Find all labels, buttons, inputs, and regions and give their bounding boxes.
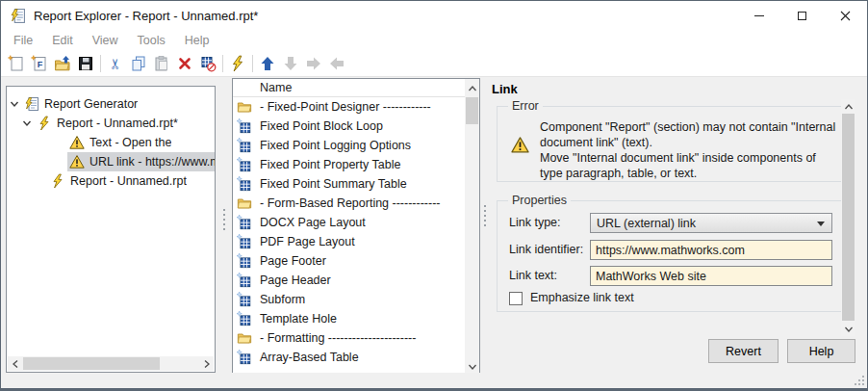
folder-icon xyxy=(237,99,252,115)
open-report-button[interactable] xyxy=(51,52,74,75)
scrollbar-thumb[interactable] xyxy=(842,114,855,321)
move-left-button[interactable] xyxy=(325,52,348,75)
new-form-report-button[interactable]: F xyxy=(28,52,51,75)
emphasize-link-text-checkbox[interactable] xyxy=(509,292,523,305)
menu-edit[interactable]: Edit xyxy=(42,31,83,51)
title-bar: Report Explorer - Report - Unnamed.rpt* xyxy=(1,1,867,31)
paste-button[interactable] xyxy=(150,52,173,75)
help-button[interactable]: Help xyxy=(787,339,855,363)
minimize-button[interactable] xyxy=(737,1,780,31)
list-item-label: - Formatting ---------------------- xyxy=(260,331,416,345)
name-column-header[interactable]: Name xyxy=(233,79,479,97)
outline-tree-panel: Report Generator Report - Unnamed.rpt* T… xyxy=(6,86,216,373)
folder-icon xyxy=(237,330,252,346)
resize-grip[interactable] xyxy=(862,383,864,385)
selected-tree-item[interactable]: URL link - https://www.mathw xyxy=(67,152,215,171)
tree-item-report-generator[interactable]: Report Generator xyxy=(7,94,215,114)
list-item[interactable]: Template Hole xyxy=(233,309,479,328)
menu-view[interactable]: View xyxy=(83,31,128,51)
properties-legend: Properties xyxy=(508,194,571,207)
list-item-label: Fixed Point Summary Table xyxy=(260,177,407,191)
report-icon xyxy=(50,173,65,189)
error-line-1: Component "Report" (section) may not con… xyxy=(540,119,840,150)
folder-icon xyxy=(237,196,252,211)
move-up-icon xyxy=(259,55,276,72)
scroll-down-button[interactable] xyxy=(465,359,479,374)
link-identifier-input[interactable] xyxy=(590,240,832,260)
detail-vertical-scrollbar[interactable] xyxy=(841,99,855,336)
list-item[interactable]: Array-Based Table xyxy=(233,348,479,367)
list-item[interactable]: DOCX Page Layout xyxy=(233,213,479,232)
library-vertical-scrollbar[interactable] xyxy=(465,79,479,376)
tree-item-report-unnamed-rpt-star[interactable]: Report - Unnamed.rpt* xyxy=(7,114,215,133)
list-item[interactable]: Fixed Point Block Loop xyxy=(233,117,479,136)
tree-item-url-link[interactable]: URL link - https://www.mathw xyxy=(7,152,215,171)
component-icon xyxy=(237,118,252,134)
scroll-up-button[interactable] xyxy=(841,99,855,114)
tree-horizontal-scrollbar[interactable] xyxy=(8,356,214,371)
delete-table-button[interactable] xyxy=(196,52,219,75)
component-icon xyxy=(237,273,252,288)
menu-file[interactable]: File xyxy=(4,31,42,51)
toolbar-separator xyxy=(100,55,101,72)
error-legend: Error xyxy=(508,99,543,113)
close-button[interactable] xyxy=(824,1,867,31)
chevron-right-icon xyxy=(202,359,212,369)
move-up-button[interactable] xyxy=(256,52,279,75)
link-type-dropdown[interactable]: URL (external) link xyxy=(590,213,832,233)
delete-button[interactable] xyxy=(173,52,196,75)
scroll-right-button[interactable] xyxy=(199,356,214,371)
panel-splitter[interactable] xyxy=(482,205,487,226)
link-type-value: URL (external) link xyxy=(597,217,696,230)
cut-button[interactable]: ✂ xyxy=(104,52,127,75)
save-report-button[interactable] xyxy=(74,52,97,75)
delete-icon xyxy=(176,55,193,72)
expand-chevron-icon[interactable] xyxy=(21,117,33,129)
warning-icon xyxy=(69,135,85,150)
menu-help[interactable]: Help xyxy=(175,31,219,51)
scroll-down-button[interactable] xyxy=(841,322,855,336)
list-item[interactable]: Fixed Point Property Table xyxy=(233,155,479,174)
new-report-button[interactable] xyxy=(5,52,28,75)
list-item-label: Fixed Point Logging Options xyxy=(260,139,411,152)
expand-chevron-icon[interactable] xyxy=(9,98,20,110)
move-down-button[interactable] xyxy=(279,52,302,75)
revert-button[interactable]: Revert xyxy=(708,339,779,363)
move-right-button[interactable] xyxy=(302,52,325,75)
warning-icon xyxy=(69,154,85,169)
maximize-button[interactable] xyxy=(780,1,824,31)
menu-tools[interactable]: Tools xyxy=(128,31,175,51)
list-item[interactable]: Fixed Point Summary Table xyxy=(233,174,479,194)
link-identifier-label: Link identifier: xyxy=(509,240,583,260)
chevron-down-icon xyxy=(468,362,477,372)
list-item-label: Template Hole xyxy=(260,312,337,326)
tree-item-text-open-the[interactable]: Text - Open the xyxy=(7,133,215,152)
panel-splitter[interactable] xyxy=(221,209,226,230)
error-groupbox: Error Component "Report" (section) may n… xyxy=(497,106,842,182)
component-icon xyxy=(237,215,252,230)
scroll-up-button[interactable] xyxy=(465,81,479,95)
svg-text:F: F xyxy=(38,60,43,69)
list-item[interactable]: Page Footer xyxy=(233,251,479,271)
list-item[interactable]: PDF Page Layout xyxy=(233,232,479,251)
scrollbar-thumb[interactable] xyxy=(466,97,478,124)
list-item-label: Page Header xyxy=(260,274,331,287)
list-item[interactable]: Page Header xyxy=(233,271,479,290)
link-text-label: Link text: xyxy=(509,266,557,286)
scrollbar-thumb[interactable] xyxy=(23,357,160,370)
chevron-up-icon xyxy=(468,84,477,93)
scroll-left-button[interactable] xyxy=(8,356,22,371)
list-item[interactable]: Fixed Point Logging Options xyxy=(233,136,479,155)
move-right-icon xyxy=(305,55,322,72)
list-item-category[interactable]: - Fixed-Point Designer ------------ xyxy=(233,97,479,117)
tree-item-label: Report Generator xyxy=(44,97,138,111)
generate-report-button[interactable] xyxy=(226,52,249,75)
list-item-category[interactable]: - Form-Based Reporting ------------ xyxy=(233,194,479,213)
toolbar-separator xyxy=(252,55,253,72)
tree-item-report-unnamed-rpt[interactable]: Report - Unnamed.rpt xyxy=(7,171,215,191)
list-item-label: DOCX Page Layout xyxy=(260,216,366,229)
list-item[interactable]: Subform xyxy=(233,290,479,309)
link-text-input[interactable] xyxy=(590,266,832,286)
copy-button[interactable] xyxy=(127,52,150,75)
list-item-category[interactable]: - Formatting ---------------------- xyxy=(233,328,479,348)
